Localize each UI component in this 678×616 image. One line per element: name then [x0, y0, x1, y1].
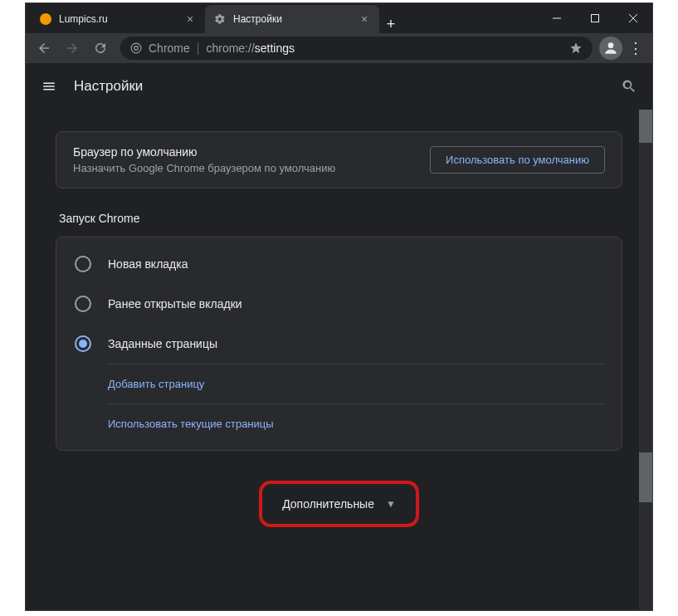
tab-title: Настройки [233, 13, 351, 25]
add-page-link[interactable]: Добавить страницу [108, 364, 603, 403]
tab-title: Lumpics.ru [59, 13, 177, 25]
gear-icon [213, 12, 227, 26]
forward-button[interactable] [59, 35, 85, 61]
omnibox[interactable]: Chrome | chrome://settings [120, 37, 593, 60]
tab-lumpics[interactable]: Lumpics.ru × [31, 5, 205, 33]
use-current-link[interactable]: Использовать текущие страницы [108, 403, 603, 443]
close-icon[interactable]: × [183, 12, 197, 26]
scrollbar[interactable] [639, 110, 652, 610]
make-default-button[interactable]: Использовать по умолчанию [430, 146, 605, 174]
url-path: settings [255, 42, 295, 55]
scrollbar-thumb[interactable] [639, 110, 652, 143]
svg-point-5 [131, 43, 141, 53]
chrome-icon [130, 42, 142, 54]
scrollbar-thumb[interactable] [639, 452, 652, 502]
close-icon[interactable]: × [358, 12, 371, 26]
tab-settings[interactable]: Настройки × [205, 5, 379, 33]
radio-label: Заданные страницы [108, 337, 217, 350]
default-browser-title: Браузер по умолчанию [73, 145, 335, 159]
bookmark-icon[interactable] [569, 42, 583, 55]
profile-avatar[interactable] [599, 37, 622, 60]
menu-button[interactable]: ⋮ [624, 39, 647, 57]
radio-label: Новая вкладка [108, 257, 188, 271]
settings-content: Браузер по умолчанию Назначить Google Ch… [26, 110, 652, 610]
navbar: Chrome | chrome://settings ⋮ [26, 33, 652, 63]
svg-point-7 [608, 42, 614, 48]
url-host: chrome:// [206, 42, 254, 55]
globe-icon [39, 12, 52, 26]
window-controls [538, 3, 652, 33]
startup-option-continue[interactable]: Ранее открытые вкладки [56, 284, 622, 324]
maximize-button[interactable] [576, 3, 614, 33]
origin-label: Chrome [149, 42, 190, 55]
radio-icon [75, 335, 91, 352]
radio-icon [75, 256, 91, 272]
default-browser-card: Браузер по умолчанию Назначить Google Ch… [56, 131, 622, 188]
svg-rect-2 [592, 15, 599, 22]
svg-point-0 [40, 13, 51, 25]
new-tab-button[interactable]: + [379, 16, 402, 33]
tabstrip: Lumpics.ru × Настройки × + [26, 3, 538, 33]
chevron-down-icon: ▼ [386, 498, 396, 510]
back-button[interactable] [31, 35, 57, 61]
settings-header: Настройки [26, 63, 652, 110]
startup-option-newtab[interactable]: Новая вкладка [56, 244, 622, 284]
minimize-button[interactable] [538, 3, 576, 33]
page-title: Настройки [74, 78, 143, 95]
startup-option-pages[interactable]: Заданные страницы [56, 324, 622, 364]
hamburger-icon[interactable] [39, 76, 59, 96]
radio-label: Ранее открытые вкладки [108, 297, 242, 310]
close-button[interactable] [614, 3, 652, 33]
svg-point-6 [134, 46, 139, 51]
reload-button[interactable] [87, 35, 114, 61]
radio-icon [75, 296, 91, 312]
titlebar: Lumpics.ru × Настройки × + [26, 3, 652, 33]
startup-card: Новая вкладка Ранее открытые вкладки Зад… [56, 237, 622, 451]
startup-section-title: Запуск Chrome [59, 212, 622, 225]
search-icon[interactable] [619, 76, 639, 96]
advanced-label: Дополнительные [282, 497, 374, 511]
browser-window: Lumpics.ru × Настройки × + [25, 2, 653, 611]
default-browser-subtitle: Назначить Google Chrome браузером по умо… [73, 162, 335, 174]
advanced-button[interactable]: Дополнительные ▼ [264, 486, 414, 522]
